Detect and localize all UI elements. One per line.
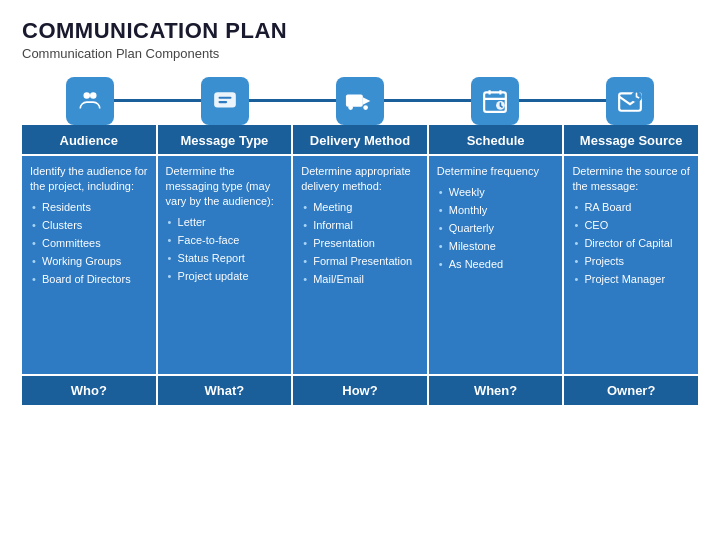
icon-cell-audience [22,73,157,125]
list-item: Clusters [30,217,148,235]
page-title: COMMUNICATION PLAN [22,18,698,44]
list-item: Letter [166,214,284,232]
intro-text-schedule: Determine frequency [437,164,555,179]
body-cell-schedule: Determine frequencyWeeklyMonthlyQuarterl… [429,154,565,374]
svg-point-4 [348,105,353,110]
schedule-icon [471,77,519,125]
svg-rect-2 [214,92,236,107]
page-subtitle: Communication Plan Components [22,46,698,61]
list-item: Monthly [437,202,555,220]
body-cell-message-source: Determine the source of the message:RA B… [564,154,698,374]
body-cell-audience: Identify the audience for the project, i… [22,154,158,374]
list-item: Board of Directors [30,270,148,288]
footer-cell-schedule: When? [429,374,565,405]
list-item: Director of Capital [572,234,690,252]
list-item: Weekly [437,184,555,202]
audience-icon [66,77,114,125]
communication-table: AudienceMessage TypeDelivery MethodSched… [22,73,698,405]
list-item: Presentation [301,234,419,252]
svg-rect-3 [346,94,363,106]
icon-cell-schedule [428,73,563,125]
intro-text-delivery-method: Determine appropriate delivery method: [301,164,419,194]
list-item: Quarterly [437,220,555,238]
header-cell-delivery-method: Delivery Method [293,125,429,154]
list-item: Informal [301,217,419,235]
list-item: Projects [572,252,690,270]
body-cell-delivery-method: Determine appropriate delivery method:Me… [293,154,429,374]
list-item: Project Manager [572,270,690,288]
header-cell-message-type: Message Type [158,125,294,154]
body-cell-message-type: Determine the messaging type (may vary b… [158,154,294,374]
body-row: Identify the audience for the project, i… [22,154,698,374]
intro-text-message-type: Determine the messaging type (may vary b… [166,164,284,209]
intro-text-audience: Identify the audience for the project, i… [30,164,148,194]
list-item: Face-to-face [166,231,284,249]
list-item: Meeting [301,199,419,217]
list-item: Committees [30,234,148,252]
list-item: CEO [572,217,690,235]
icon-row [22,73,698,125]
footer-row: Who?What?How?When?Owner? [22,374,698,405]
list-item: Residents [30,199,148,217]
message-source-icon [606,77,654,125]
icon-cell-delivery-method [292,73,427,125]
list-item: Formal Presentation [301,252,419,270]
header-cell-message-source: Message Source [564,125,698,154]
header-row: AudienceMessage TypeDelivery MethodSched… [22,125,698,154]
footer-cell-delivery-method: How? [293,374,429,405]
icon-cell-message-type [157,73,292,125]
svg-point-1 [90,92,97,99]
intro-text-message-source: Determine the source of the message: [572,164,690,194]
list-item: Status Report [166,249,284,267]
list-item: Mail/Email [301,270,419,288]
footer-cell-message-type: What? [158,374,294,405]
svg-point-0 [83,92,90,99]
icon-cell-message-source [563,73,698,125]
header-cell-audience: Audience [22,125,158,154]
list-item: As Needed [437,255,555,273]
footer-cell-audience: Who? [22,374,158,405]
svg-point-5 [363,105,368,110]
delivery-method-icon [336,77,384,125]
header-cell-schedule: Schedule [429,125,565,154]
list-item: Project update [166,267,284,285]
list-item: RA Board [572,199,690,217]
list-item: Milestone [437,237,555,255]
message-type-icon [201,77,249,125]
list-item: Working Groups [30,252,148,270]
footer-cell-message-source: Owner? [564,374,698,405]
